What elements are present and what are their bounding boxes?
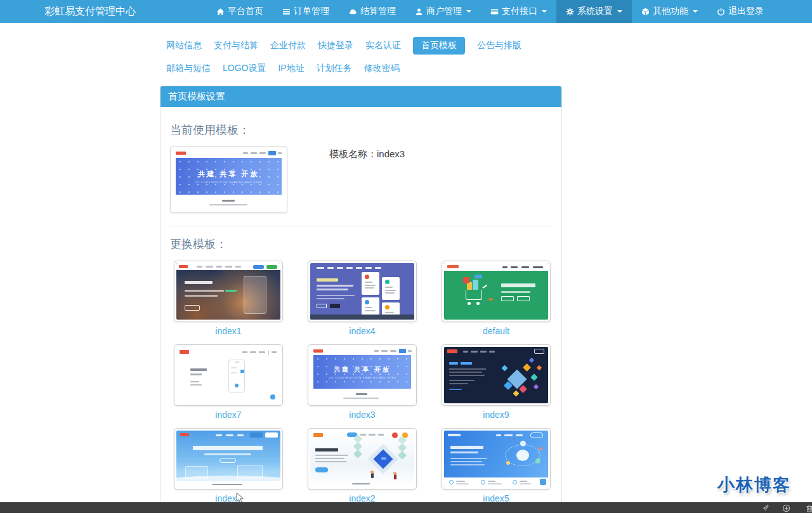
history-icon[interactable]: [782, 503, 790, 513]
top-navbar: 彩虹易支付管理中心 平台首页 订单管理 结算管理 商户管理 支付接口: [0, 0, 812, 23]
tabs-row-1: 网站信息 支付与结算 企业付款 快捷登录 实名认证 首页模板 公告与排版: [166, 37, 562, 55]
nav-label: 支付接口: [502, 6, 537, 17]
home-icon: [216, 8, 225, 16]
app-title: 彩虹易支付管理中心: [44, 0, 136, 23]
nav-label: 其他功能: [653, 6, 688, 17]
chevron-down-icon: [542, 10, 547, 13]
tab-quick-login[interactable]: 快捷登录: [318, 37, 353, 55]
template-card-index7: index7: [174, 344, 283, 420]
nav-label: 结算管理: [360, 6, 396, 17]
template-card-index2: index2: [308, 428, 417, 503]
template-thumbnail-index7[interactable]: [174, 344, 283, 406]
template-thumbnail-index3[interactable]: 共建 共享 开放 CO-CONSTRUCTION SHARING AND OPE…: [308, 344, 417, 406]
current-template-name: 模板名称：index3: [329, 148, 405, 160]
nav-item-home[interactable]: 平台首页: [207, 0, 273, 23]
bottom-taskbar: [0, 502, 812, 513]
chevron-down-icon: [617, 10, 622, 13]
nav-label: 平台首页: [228, 6, 263, 17]
tab-payment-settlement[interactable]: 支付与结算: [214, 37, 258, 55]
gear-icon: [566, 8, 574, 16]
trash-icon[interactable]: [805, 503, 812, 513]
nav-item-payment-api[interactable]: 支付接口: [481, 0, 556, 23]
tab-email-sms[interactable]: 邮箱与短信: [166, 60, 211, 77]
tab-enterprise-payment[interactable]: 企业付款: [270, 37, 306, 55]
current-template-heading: 当前使用模板：: [170, 122, 552, 138]
template-thumbnail-index8[interactable]: [174, 428, 283, 490]
template-thumbnail-default[interactable]: [442, 261, 551, 322]
change-template-heading: 更换模板：: [170, 237, 552, 252]
template-link-default[interactable]: default: [442, 326, 551, 336]
nav-label: 订单管理: [294, 6, 329, 17]
cloud-icon: [348, 8, 357, 16]
nav-item-logout[interactable]: 退出登录: [707, 0, 773, 23]
list-icon: [282, 8, 291, 16]
template-thumbnail-index2[interactable]: [308, 428, 417, 490]
template-card-index5: index5: [442, 428, 551, 503]
cube-icon: [641, 8, 650, 16]
tab-cron-tasks[interactable]: 计划任务: [317, 60, 352, 77]
tabs-row-2: 邮箱与短信 LOGO设置 IP地址 计划任务 修改密码: [166, 60, 562, 77]
nav-label: 商户管理: [426, 6, 462, 17]
panel-body: 当前使用模板： 共建 共享 开放 C: [160, 107, 561, 513]
template-link-index4[interactable]: index4: [308, 326, 417, 336]
template-thumbnail-index4[interactable]: [308, 261, 417, 322]
template-link-index1[interactable]: index1: [174, 326, 283, 336]
power-icon: [717, 8, 725, 16]
template-card-index3: 共建 共享 开放 CO-CONSTRUCTION SHARING AND OPE…: [308, 344, 417, 420]
nav-label: 系统设置: [577, 6, 613, 17]
template-link-index9[interactable]: index9: [442, 410, 551, 420]
tab-home-template[interactable]: 首页模板: [413, 37, 465, 55]
template-card-index4: index4: [308, 261, 417, 336]
user-icon: [415, 8, 423, 16]
template-card-index9: index9: [442, 344, 551, 420]
current-template-thumbnail: 共建 共享 开放 CO-CONSTRUCTION SHARING AND OPE…: [170, 146, 287, 213]
credit-card-icon: [490, 8, 499, 16]
panel-title: 首页模板设置: [160, 86, 561, 107]
template-card-default: default: [442, 261, 551, 336]
page: 彩虹易支付管理中心 平台首页 订单管理 结算管理 商户管理 支付接口: [0, 0, 812, 513]
nav-item-merchants[interactable]: 商户管理: [405, 0, 481, 23]
nav-item-settlement[interactable]: 结算管理: [339, 0, 405, 23]
template-thumbnail-index9[interactable]: [442, 344, 551, 406]
tab-realname-auth[interactable]: 实名认证: [365, 37, 401, 55]
template-card-index1: index1: [174, 261, 283, 336]
nav-item-other-functions[interactable]: 其他功能: [632, 0, 707, 23]
chevron-down-icon: [466, 10, 471, 13]
tab-change-password[interactable]: 修改密码: [364, 60, 400, 77]
tab-announcement-layout[interactable]: 公告与排版: [477, 37, 521, 55]
settings-tabs: 网站信息 支付与结算 企业付款 快捷登录 实名认证 首页模板 公告与排版 邮箱与…: [160, 23, 562, 77]
template-link-index7[interactable]: index7: [174, 410, 283, 420]
nav-item-system-settings[interactable]: 系统设置: [556, 0, 632, 23]
nav-label: 退出登录: [728, 6, 764, 17]
template-thumbnail-index5[interactable]: [442, 428, 551, 490]
template-thumbnail-index1[interactable]: [174, 261, 283, 322]
template-card-index8: index8: [174, 428, 283, 503]
home-template-panel: 首页模板设置 当前使用模板： 共建: [160, 86, 562, 513]
tab-ip-address[interactable]: IP地址: [278, 60, 304, 77]
watermark-xiaolin-blog: 小林博客: [717, 474, 791, 497]
current-template-row: 共建 共享 开放 CO-CONSTRUCTION SHARING AND OPE…: [170, 146, 552, 213]
template-link-index3[interactable]: index3: [308, 410, 417, 420]
tab-site-info[interactable]: 网站信息: [166, 37, 202, 55]
chevron-down-icon: [693, 10, 698, 13]
nav-menu: 平台首页 订单管理 结算管理 商户管理 支付接口: [207, 0, 773, 23]
main-container: 网站信息 支付与结算 企业付款 快捷登录 实名认证 首页模板 公告与排版 邮箱与…: [160, 23, 562, 513]
nav-item-orders[interactable]: 订单管理: [273, 0, 339, 23]
template-grid: index1: [174, 261, 552, 513]
rocket-icon[interactable]: [762, 503, 770, 513]
divider: [170, 226, 552, 226]
tab-logo-settings[interactable]: LOGO设置: [223, 60, 266, 77]
